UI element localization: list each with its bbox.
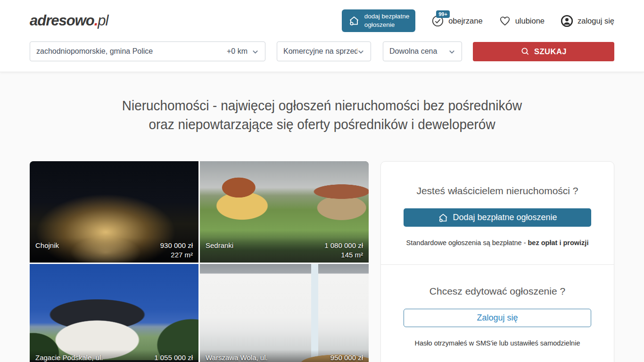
check-circle-icon: 99+	[431, 15, 444, 27]
search-button[interactable]: SZUKAJ	[473, 42, 614, 61]
listing-photo	[200, 264, 369, 362]
listing-location: Chojnik	[35, 241, 160, 250]
sidebar: Jesteś właścicielem nieruchomości ? Doda…	[380, 161, 614, 362]
chevron-down-icon	[448, 48, 455, 55]
radius-select[interactable]: +0 km	[227, 47, 259, 56]
heart-icon	[499, 15, 511, 27]
logo-tld: pl	[98, 12, 108, 29]
top-bar: adresowo.pl dodaj bezpłatne ogłoszenie	[0, 0, 644, 41]
edit-section: Chcesz edytować ogłoszenie ? Zaloguj się…	[381, 264, 614, 362]
logo[interactable]: adresowo.pl	[30, 12, 108, 29]
listing-price: 950 000 zł	[330, 353, 363, 362]
house-plus-icon	[348, 15, 360, 27]
listing-overlay: Chojnik 930 000 zł 227 m²	[30, 238, 198, 263]
listing-location: Zagacie Podskale, ul.	[35, 353, 154, 362]
owner-heading: Jesteś właścicielem nieruchomości ?	[404, 185, 591, 197]
viewed-count-badge: 99+	[436, 10, 450, 18]
listing-photo	[30, 264, 198, 362]
logo-name: adresowo	[30, 12, 94, 29]
listing-price: 1 055 000 zł	[154, 353, 193, 362]
listing-price: 1 080 000 zł	[324, 241, 363, 250]
page-title: Nieruchomości - najwięcej ogłoszeń nieru…	[23, 96, 621, 134]
search-bar: zachodniopomorskie, gmina Police +0 km K…	[0, 41, 644, 72]
listing-price: 930 000 zł	[160, 241, 193, 250]
listing-location: Warszawa Wola, ul.	[206, 353, 330, 362]
hero: Nieruchomości - najwięcej ogłoszeń nieru…	[0, 96, 644, 134]
login-link[interactable]: zaloguj się	[561, 15, 614, 27]
add-listing-label: dodaj bezpłatne ogłoszenie	[364, 12, 409, 29]
sidebar-add-listing-label: Dodaj bezpłatne ogłoszenie	[453, 213, 557, 222]
listing-area: 145 m²	[324, 250, 363, 260]
owner-note: Standardowe ogłoszenia są bezpłatne - be…	[404, 239, 591, 247]
viewed-link[interactable]: 99+ obejrzane	[431, 15, 482, 27]
location-value: zachodniopomorskie, gmina Police	[36, 47, 227, 56]
listing-overlay: Sedranki 1 080 000 zł 145 m²	[200, 238, 369, 263]
page-header: adresowo.pl dodaj bezpłatne ogłoszenie	[0, 0, 644, 72]
listings-grid: Chojnik 930 000 zł 227 m² Sedranki 1 080…	[30, 161, 368, 362]
listing-overlay: Warszawa Wola, ul. 950 000 zł	[200, 350, 369, 362]
category-select[interactable]: Komercyjne na sprzedaż	[277, 41, 371, 61]
user-circle-icon	[561, 15, 573, 27]
location-input[interactable]: zachodniopomorskie, gmina Police +0 km	[30, 41, 265, 61]
login-label: zaloguj się	[578, 16, 614, 25]
listing-location: Sedranki	[206, 241, 324, 250]
sidebar-login-button[interactable]: Zaloguj się	[404, 309, 591, 327]
category-value: Komercyjne na sprzedaż	[283, 47, 357, 56]
radius-value: +0 km	[227, 47, 248, 56]
edit-heading: Chcesz edytować ogłoszenie ?	[404, 286, 591, 297]
top-actions: dodaj bezpłatne ogłoszenie 99+ obejrzane	[342, 9, 614, 32]
search-button-label: SZUKAJ	[534, 47, 567, 56]
listing-overlay: Zagacie Podskale, ul. 1 055 000 zł	[30, 350, 198, 362]
listing-card[interactable]: Chojnik 930 000 zł 227 m²	[30, 161, 198, 263]
listing-card[interactable]: Sedranki 1 080 000 zł 145 m²	[200, 161, 369, 263]
owner-section: Jesteś właścicielem nieruchomości ? Doda…	[381, 162, 614, 264]
listing-area: 227 m²	[160, 250, 193, 260]
edit-note: Hasło otrzymałeś w SMS'ie lub ustawiłeś …	[404, 339, 591, 347]
chevron-down-icon	[357, 48, 364, 55]
viewed-label: obejrzane	[448, 16, 482, 25]
sidebar-add-listing-button[interactable]: Dodaj bezpłatne ogłoszenie	[404, 208, 591, 227]
chevron-down-icon	[252, 48, 259, 55]
price-select[interactable]: Dowolna cena	[383, 41, 462, 61]
search-icon	[520, 47, 530, 56]
listing-card[interactable]: Warszawa Wola, ul. 950 000 zł	[200, 264, 369, 362]
main-content: Chojnik 930 000 zł 227 m² Sedranki 1 080…	[0, 161, 644, 362]
listing-card[interactable]: Zagacie Podskale, ul. 1 055 000 zł	[30, 264, 198, 362]
price-value: Dowolna cena	[389, 47, 448, 56]
house-plus-icon	[438, 212, 449, 223]
add-listing-button[interactable]: dodaj bezpłatne ogłoszenie	[342, 9, 415, 32]
favorites-link[interactable]: ulubione	[499, 15, 545, 27]
favorites-label: ulubione	[515, 16, 545, 25]
